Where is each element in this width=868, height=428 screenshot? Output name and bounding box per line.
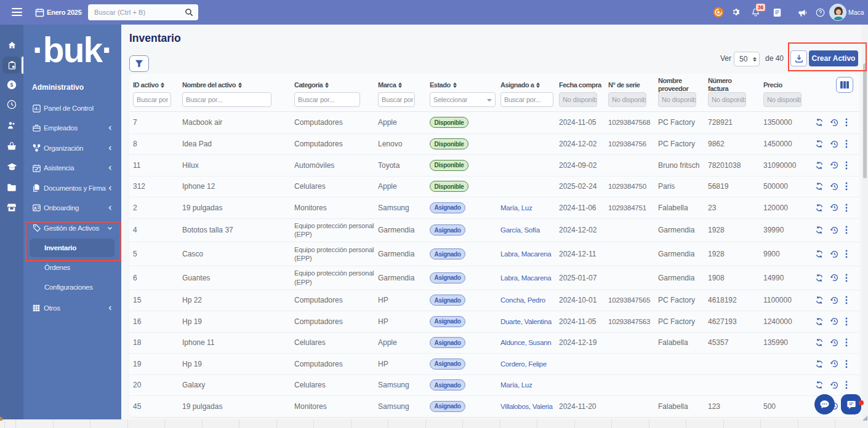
history-icon[interactable]	[830, 160, 839, 170]
history-icon[interactable]	[830, 381, 839, 390]
column-header-asignado-a[interactable]: Asignado a	[497, 81, 555, 89]
update-status-icon[interactable]	[815, 118, 824, 127]
filter-input-5[interactable]: Buscar por...	[500, 92, 553, 107]
assigned-person-link[interactable]: Labra, Macarena	[500, 274, 551, 282]
filter-button[interactable]	[129, 55, 149, 72]
sidebar-item--rdenes[interactable]: Órdenes	[23, 260, 121, 275]
history-icon[interactable]	[830, 296, 839, 305]
column-header-nombre-del-activo[interactable]: Nombre del activo	[179, 81, 291, 89]
hamburger-menu-icon[interactable]	[12, 8, 22, 16]
inventory-clipboard-icon[interactable]	[0, 57, 23, 74]
sidebar-item-otros[interactable]: Otros	[23, 300, 121, 316]
user-avatar[interactable]	[829, 4, 846, 21]
filter-input-4[interactable]: Seleccionar	[430, 92, 496, 107]
column-header-estado[interactable]: Estado	[426, 81, 497, 89]
history-icon[interactable]	[830, 182, 839, 191]
update-status-icon[interactable]	[815, 317, 824, 326]
history-icon[interactable]	[830, 359, 839, 368]
time-clock-icon[interactable]	[0, 96, 23, 113]
download-button[interactable]	[790, 50, 807, 66]
chat-fab-button[interactable]	[841, 394, 861, 414]
update-status-icon[interactable]	[815, 204, 824, 212]
row-menu-icon[interactable]	[845, 118, 848, 127]
row-menu-icon[interactable]	[845, 360, 848, 368]
benefits-basket-icon[interactable]	[0, 137, 23, 154]
filter-input-2[interactable]: Buscar por...	[294, 92, 360, 107]
assigned-person-link[interactable]: Aldunce, Susann	[500, 339, 551, 346]
sidebar-item-panel-de-control[interactable]: Panel de Control	[23, 100, 121, 116]
assigned-person-link[interactable]: Cordero, Felipe	[500, 360, 547, 368]
home-icon[interactable]	[0, 36, 23, 54]
assigned-person-link[interactable]: García, Sofía	[500, 226, 540, 234]
row-menu-icon[interactable]	[845, 317, 848, 326]
column-header-id-activo[interactable]: ID activo	[129, 81, 179, 89]
filter-input-1[interactable]: Buscar por...	[182, 92, 271, 107]
talent-icon[interactable]	[0, 117, 23, 134]
marketplace-store-icon[interactable]	[0, 199, 23, 216]
assigned-person-link[interactable]: María, Luz	[500, 204, 532, 212]
row-menu-icon[interactable]	[845, 182, 848, 191]
assigned-person-link[interactable]: Labra, Macarena	[500, 250, 551, 258]
row-menu-icon[interactable]	[845, 204, 848, 212]
row-menu-icon[interactable]	[845, 338, 848, 347]
update-status-icon[interactable]	[815, 296, 824, 304]
create-asset-button[interactable]: Crear Activo	[809, 50, 858, 66]
update-status-icon[interactable]	[815, 140, 824, 148]
user-name[interactable]: Maca	[848, 0, 864, 25]
files-folder-icon[interactable]	[0, 178, 23, 196]
update-status-icon[interactable]	[815, 381, 824, 389]
help-icon[interactable]	[814, 0, 826, 25]
filter-input-0[interactable]: Buscar por	[133, 92, 171, 107]
sidebar-item-empleados[interactable]: Empleados	[23, 120, 121, 136]
update-status-icon[interactable]	[815, 182, 824, 191]
row-menu-icon[interactable]	[845, 274, 848, 282]
scrollbar-thumb[interactable]	[863, 63, 867, 178]
sidebar-item-configuraciones[interactable]: Configuraciones	[23, 279, 121, 295]
calendar-icon[interactable]	[33, 0, 46, 25]
history-icon[interactable]	[830, 338, 839, 347]
update-status-icon[interactable]	[815, 360, 824, 368]
assigned-person-link[interactable]: Duarte, Valentina	[500, 318, 552, 325]
row-menu-icon[interactable]	[845, 250, 848, 258]
history-icon[interactable]	[830, 273, 839, 282]
sidebar-item-organizaci-n[interactable]: Organización	[23, 140, 121, 156]
column-header-marca[interactable]: Marca	[374, 81, 426, 89]
history-icon[interactable]	[830, 118, 839, 127]
row-menu-icon[interactable]	[845, 140, 848, 148]
period-selector[interactable]: Enero 2025	[47, 0, 82, 25]
row-menu-icon[interactable]	[845, 226, 848, 234]
update-status-icon[interactable]	[815, 161, 824, 170]
column-header-categor-a[interactable]: Categoría	[291, 81, 374, 89]
assigned-person-link[interactable]: María, Luz	[500, 381, 532, 389]
feedback-fab-button[interactable]	[814, 394, 835, 414]
training-cap-icon[interactable]	[0, 158, 23, 175]
payroll-coin-icon[interactable]: $	[0, 76, 23, 93]
history-icon[interactable]	[830, 140, 839, 149]
sidebar-item-onboarding[interactable]: Onboarding	[23, 200, 121, 216]
sidebar-item-documentos-y-firma[interactable]: Documentos y Firma	[23, 180, 121, 196]
row-menu-icon[interactable]	[845, 161, 848, 170]
history-icon[interactable]	[830, 317, 839, 326]
sidebar-item-gesti-n-de-activos[interactable]: Gestión de Activos	[23, 220, 121, 236]
update-status-icon[interactable]	[815, 274, 824, 282]
filter-input-3[interactable]: Buscar por	[378, 92, 415, 107]
history-icon[interactable]	[830, 250, 839, 259]
notes-icon[interactable]	[771, 0, 783, 25]
sidebar-item-inventario[interactable]: Inventario	[23, 240, 121, 256]
announcements-megaphone-icon[interactable]	[795, 0, 810, 25]
row-menu-icon[interactable]	[845, 381, 848, 389]
update-status-icon[interactable]	[815, 226, 824, 234]
assigned-person-link[interactable]: Villalobos, Valeria	[500, 403, 553, 410]
update-status-icon[interactable]	[815, 338, 824, 347]
assigned-person-link[interactable]: Concha, Pedro	[500, 296, 545, 304]
column-settings-button[interactable]	[836, 77, 853, 93]
history-icon[interactable]	[830, 203, 839, 212]
sidebar-item-asistencia[interactable]: Asistencia	[23, 160, 121, 176]
update-status-icon[interactable]	[815, 250, 824, 258]
record-icon[interactable]	[712, 0, 725, 25]
row-menu-icon[interactable]	[845, 296, 848, 304]
settings-gear-icon[interactable]	[730, 0, 742, 25]
history-icon[interactable]	[830, 226, 839, 235]
page-size-select[interactable]: 50	[734, 52, 760, 66]
notification-count-badge[interactable]: 36	[755, 3, 766, 12]
